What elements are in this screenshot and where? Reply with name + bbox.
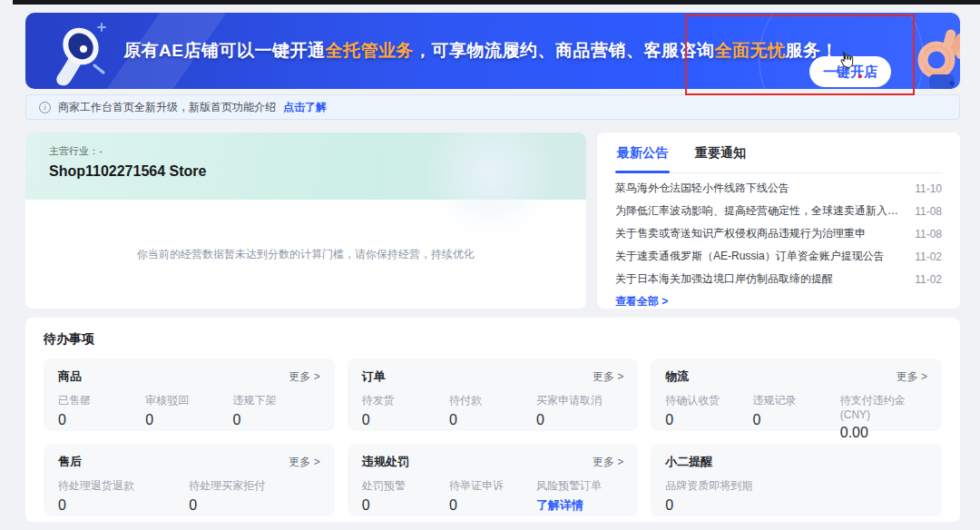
info-icon: i xyxy=(39,102,51,113)
stat-label: 风险预警订单 xyxy=(536,478,623,494)
stat-value: 0 xyxy=(753,412,840,428)
announcement-title: 关于速卖通俄罗斯（AE-Russia）订单资金账户提现公告 xyxy=(615,249,885,264)
announcement-item[interactable]: 关于售卖或寄送知识产权侵权商品违规行为治理重申 11-08 xyxy=(615,222,942,245)
stat-label: 审核驳回 xyxy=(145,393,232,408)
stat-label: 待支付违约金(CNY) xyxy=(840,393,927,421)
announcement-date: 11-02 xyxy=(915,250,942,263)
todo-card-penalties: 违规处罚 更多 > 处罚预警 0 待举证申诉 0 风险预警订单 了解详情 xyxy=(348,444,639,516)
todo-card-staff-reminder: 小二提醒 品牌资质即将到期 0 xyxy=(651,444,942,516)
stat-value: 0.00 xyxy=(840,425,927,441)
banner-highlight-segment: 全托管业务 xyxy=(325,39,414,63)
shop-industry-label: 主营行业：- xyxy=(49,144,563,158)
stat-label: 违规下架 xyxy=(232,393,319,408)
stat-brand-qualification-expiring: 品牌资质即将到期 0 xyxy=(665,478,927,514)
stat-value: 0 xyxy=(362,497,449,514)
stat-label: 处罚预警 xyxy=(362,478,449,494)
stat-label: 待发货 xyxy=(362,393,449,408)
stat-label: 待处理买家拒付 xyxy=(189,478,319,494)
announcement-date: 11-02 xyxy=(915,273,942,286)
announcement-list: 菜鸟海外仓法国轻小件线路下线公告 11-10 为降低汇率波动影响、提高经营确定性… xyxy=(615,177,942,290)
tab-important-notices[interactable]: 重要通知 xyxy=(693,143,748,165)
stat-value: 0 xyxy=(362,412,449,428)
announcement-item[interactable]: 关于日本海关加强边境口岸仿制品取缔的提醒 11-02 xyxy=(615,268,942,290)
ok-hand-illustration xyxy=(907,24,960,89)
announcement-date: 11-08 xyxy=(915,205,942,218)
todo-card-products: 商品 更多 > 已售罄 0 审核驳回 0 违规下架 0 xyxy=(44,358,335,431)
stat-penalty-warning: 处罚预警 0 xyxy=(362,478,449,514)
card-title: 商品 xyxy=(58,368,82,385)
stat-sold-out: 已售罄 0 xyxy=(58,393,145,428)
announcement-date: 11-08 xyxy=(915,228,942,240)
card-title: 物流 xyxy=(665,368,689,385)
shop-card: 主营行业：- Shop1102271564 Store 你当前的经营数据暂未达到… xyxy=(25,132,586,309)
more-link[interactable]: 更多 > xyxy=(897,369,927,385)
more-link[interactable]: 更多 > xyxy=(289,455,319,470)
banner-message: 原有AE店铺可以一键开通全托管业务，可享物流履约、商品营销、客服咨询全面无忧服务… xyxy=(123,13,838,89)
stat-review-rejected: 审核驳回 0 xyxy=(145,393,232,428)
stat-buyer-cancel-request: 买家申请取消 0 xyxy=(536,393,623,428)
open-store-button[interactable]: 一键开店 xyxy=(809,56,891,87)
announcement-date: 11-10 xyxy=(915,182,942,195)
more-link[interactable]: 更多 > xyxy=(593,369,623,385)
announcements-panel: 最新公告 重要通知 菜鸟海外仓法国轻小件线路下线公告 11-10 为降低汇率波动… xyxy=(597,132,960,309)
stat-risk-warning-orders: 风险预警订单 了解详情 xyxy=(536,478,623,514)
banner-text-segment: 服务！ xyxy=(785,39,838,63)
view-all-link[interactable]: 查看全部 > xyxy=(615,294,668,309)
stat-pending-chargebacks: 待处理买家拒付 0 xyxy=(189,478,319,514)
card-title: 订单 xyxy=(362,368,386,385)
top-strip xyxy=(13,0,980,5)
card-title: 违规处罚 xyxy=(362,454,409,470)
merchant-dashboard: 原有AE店铺可以一键开通全托管业务，可享物流履约、商品营销、客服咨询全面无忧服务… xyxy=(0,0,980,530)
stat-value: 0 xyxy=(665,412,752,428)
stat-pending-appeals: 待举证申诉 0 xyxy=(449,478,536,514)
stat-awaiting-payment: 待付款 0 xyxy=(449,393,536,428)
stat-value: 0 xyxy=(58,497,189,514)
todo-grid: 商品 更多 > 已售罄 0 审核驳回 0 违规下架 0 xyxy=(44,358,942,516)
stat-violation-records: 违规记录 0 xyxy=(753,393,840,441)
stat-value: 0 xyxy=(665,497,927,514)
notice-bar: i 商家工作台首页全新升级，新版首页功能介绍 点击了解 xyxy=(25,94,960,120)
more-link[interactable]: 更多 > xyxy=(593,455,623,470)
stat-value: 0 xyxy=(189,497,319,514)
stat-label: 待确认收货 xyxy=(665,393,752,408)
stat-value: 0 xyxy=(449,412,536,428)
annotation-dot xyxy=(858,74,862,78)
stat-label: 待付款 xyxy=(449,393,536,408)
announcement-title: 菜鸟海外仓法国轻小件线路下线公告 xyxy=(615,181,789,196)
shop-name: Shop1102271564 Store xyxy=(49,163,563,180)
learn-more-link[interactable]: 了解详情 xyxy=(536,497,623,514)
todo-section-title: 待办事项 xyxy=(44,331,942,348)
stat-label: 待处理退货退款 xyxy=(58,478,189,494)
stat-confirm-receipt: 待确认收货 0 xyxy=(665,393,752,441)
banner-text-segment: ，可享物流履约、商品营销、客服咨询 xyxy=(414,39,715,63)
stat-label: 已售罄 xyxy=(58,393,145,408)
banner-text-segment: 原有AE店铺可以一键开通 xyxy=(123,39,325,63)
announcement-item[interactable]: 为降低汇率波动影响、提高经营确定性，全球速卖通新入驻跨境商家将以人民... 11… xyxy=(615,200,942,222)
notice-text: 商家工作台首页全新升级，新版首页功能介绍 xyxy=(58,100,276,115)
more-link[interactable]: 更多 > xyxy=(289,369,319,385)
stat-label: 买家申请取消 xyxy=(536,393,623,408)
stat-value: 0 xyxy=(232,412,319,428)
card-title: 售后 xyxy=(58,454,82,470)
shop-header: 主营行业：- Shop1102271564 Store xyxy=(25,132,586,200)
stat-label: 品牌资质即将到期 xyxy=(665,478,927,494)
announcement-item[interactable]: 关于速卖通俄罗斯（AE-Russia）订单资金账户提现公告 11-02 xyxy=(615,245,942,268)
stat-penalty-payable: 待支付违约金(CNY) 0.00 xyxy=(840,393,927,441)
megaphone-icon xyxy=(42,16,113,87)
todo-card-logistics: 物流 更多 > 待确认收货 0 违规记录 0 待支付违约金(CNY) 0.00 xyxy=(651,358,942,431)
promo-banner[interactable]: 原有AE店铺可以一键开通全托管业务，可享物流履约、商品营销、客服咨询全面无忧服务… xyxy=(25,13,960,89)
stat-pending-returns: 待处理退货退款 0 xyxy=(58,478,189,514)
announcement-item[interactable]: 菜鸟海外仓法国轻小件线路下线公告 11-10 xyxy=(615,177,942,200)
todo-card-aftersales: 售后 更多 > 待处理退货退款 0 待处理买家拒付 0 xyxy=(44,444,335,516)
stat-value: 0 xyxy=(449,497,536,514)
stat-value: 0 xyxy=(58,412,145,428)
banner-highlight-segment: 全面无忧 xyxy=(714,39,785,63)
stat-label: 违规记录 xyxy=(753,393,840,408)
notice-link[interactable]: 点击了解 xyxy=(283,100,327,115)
tab-latest-announcements[interactable]: 最新公告 xyxy=(615,143,670,165)
stat-violation-removed: 违规下架 0 xyxy=(232,393,319,428)
stat-to-ship: 待发货 0 xyxy=(362,393,449,428)
announcements-tabs: 最新公告 重要通知 xyxy=(615,143,942,173)
todo-section: 待办事项 商品 更多 > 已售罄 0 审核驳回 0 xyxy=(25,318,960,522)
stat-label: 待举证申诉 xyxy=(449,478,536,494)
